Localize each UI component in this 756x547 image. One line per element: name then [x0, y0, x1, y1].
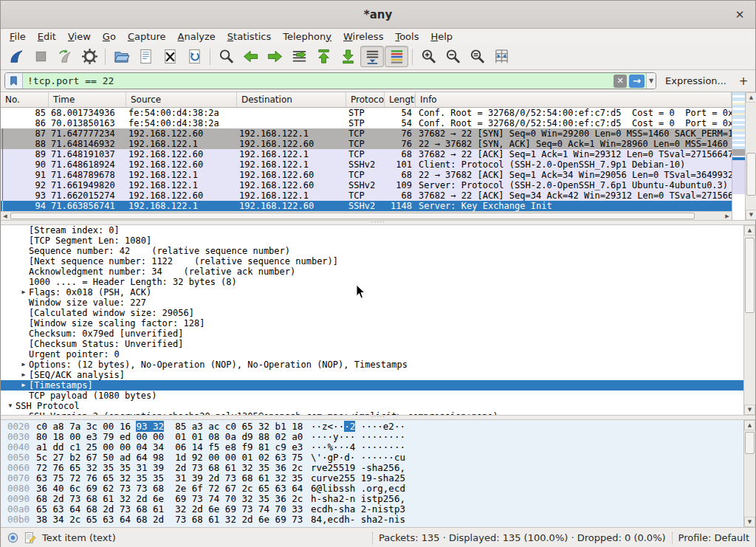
menu-edit[interactable]: Edit	[32, 30, 62, 43]
restart-capture-button[interactable]	[53, 46, 77, 67]
display-filter-field[interactable]: !tcp.port == 22 ✕ → ▼	[4, 72, 656, 89]
hex-ascii[interactable]: 84,ecdh- sha2-nis	[311, 515, 743, 525]
hex-row-0080[interactable]: 008036 40 6c 69 62 73 73 68 2e 6f 72 67 …	[1, 484, 743, 494]
hex-bytes[interactable]: 80 18 00 e3 79 ed 00 00 01 01 08 0a d9 8…	[36, 432, 311, 442]
zoom-out-button[interactable]	[441, 46, 464, 67]
packet-row-93[interactable]: 9371.662015274192.168.122.60192.168.122.…	[1, 190, 732, 201]
hex-bytes[interactable]: 72 76 65 32 35 35 31 39 2d 73 68 61 32 3…	[36, 463, 311, 473]
expander-closed-icon[interactable]: ▶	[18, 370, 29, 380]
vscroll-thumb[interactable]	[745, 432, 755, 454]
tree-item[interactable]: Acknowledgment number: 34 (relative ack …	[1, 266, 743, 277]
scroll-up-arrow-icon[interactable]: ▲	[744, 420, 755, 430]
filter-apply-button[interactable]: →	[629, 75, 645, 88]
tree-item[interactable]: [TCP Segment Len: 1080]	[1, 235, 743, 246]
scroll-down-arrow-icon[interactable]: ▼	[744, 405, 755, 415]
expander-closed-icon[interactable]: ▶	[18, 359, 29, 370]
column-header-info[interactable]: Info	[416, 92, 732, 107]
tree-item[interactable]: [Checksum Status: Unverified]	[1, 339, 743, 349]
menu-help[interactable]: Help	[425, 30, 458, 43]
tree-item[interactable]: TCP payload (1080 bytes)	[1, 391, 743, 401]
hex-ascii[interactable]: h-sha2-n istp256,	[311, 494, 743, 504]
hex-row-0090[interactable]: 009068 2d 73 68 61 32 2d 6e 69 73 74 70 …	[1, 494, 743, 504]
display-filter-input[interactable]: !tcp.port == 22	[23, 75, 614, 86]
reload-file-button[interactable]	[182, 46, 206, 67]
hscroll-left-arrow-icon[interactable]: ◀	[1, 212, 10, 220]
packet-list-vscrollbar[interactable]: ▲ ▼	[745, 92, 756, 220]
column-header-time[interactable]: Time	[49, 92, 126, 107]
column-header-proto[interactable]: Protocol	[346, 92, 385, 107]
go-last-button[interactable]	[336, 46, 360, 67]
go-forward-button[interactable]	[263, 46, 286, 67]
tree-item[interactable]: [Next sequence number: 1122 (relative se…	[1, 256, 743, 266]
filter-bookmark-button[interactable]	[5, 73, 23, 89]
open-file-button[interactable]	[109, 46, 133, 67]
hex-row-00b0[interactable]: 00b038 34 2c 65 63 64 68 2d 73 68 61 32 …	[1, 515, 743, 525]
go-back-button[interactable]	[238, 46, 262, 67]
tree-item[interactable]: ▶Flags: 0x018 (PSH, ACK)	[1, 287, 743, 297]
hex-ascii[interactable]: ··z<···2 ····e2··	[311, 422, 743, 432]
hscroll-right-arrow-icon[interactable]: ▶	[723, 212, 732, 220]
expander-closed-icon[interactable]: ▶	[18, 380, 29, 391]
filter-history-dropdown[interactable]: ▼	[646, 73, 656, 89]
close-file-button[interactable]	[158, 46, 182, 67]
packet-row-86[interactable]: 8670.013850163fe:54:00:d4:38:2aSTP54Conf…	[1, 118, 732, 128]
detail-vscrollbar[interactable]: ▲ ▼	[743, 225, 755, 415]
stop-capture-button[interactable]	[29, 46, 52, 67]
column-header-src[interactable]: Source	[126, 92, 237, 107]
expander-closed-icon[interactable]: ▶	[18, 287, 29, 297]
packet-list-hscrollbar[interactable]: ◀ ▶	[1, 211, 732, 220]
packet-row-90[interactable]: 9071.648618924192.168.122.60192.168.122.…	[1, 159, 732, 170]
tree-item[interactable]: 1000 .... = Header Length: 32 bytes (8)	[1, 277, 743, 287]
packet-row-88[interactable]: 8871.648146932192.168.122.1192.168.122.6…	[1, 139, 732, 149]
menu-statistics[interactable]: Statistics	[221, 30, 277, 43]
tree-item[interactable]: ▶[Timestamps]	[1, 380, 743, 391]
hex-bytes[interactable]: c0 a8 7a 3c 00 16 93 32 85 a3 ac c0 65 3…	[36, 422, 311, 432]
go-first-button[interactable]	[312, 46, 335, 67]
menu-analyze[interactable]: Analyze	[172, 30, 221, 43]
packet-row-87[interactable]: 8771.647777234192.168.122.60192.168.122.…	[1, 128, 732, 139]
hex-bytes[interactable]: 36 40 6c 69 62 73 73 68 2e 6f 72 67 2c 6…	[36, 484, 311, 494]
column-header-len[interactable]: Length	[385, 92, 416, 107]
menu-capture[interactable]: Capture	[122, 30, 172, 43]
hex-row-0060[interactable]: 006072 76 65 32 35 35 31 39 2d 73 68 61 …	[1, 463, 743, 473]
go-to-packet-button[interactable]	[287, 46, 311, 67]
expert-info-icon[interactable]	[7, 531, 19, 544]
packet-row-85[interactable]: 8568.001734936fe:54:00:d4:38:2aSTP54Conf…	[1, 108, 732, 118]
menu-go[interactable]: Go	[97, 30, 122, 43]
vscroll-thumb[interactable]	[745, 238, 755, 313]
resize-columns-button[interactable]	[489, 46, 513, 67]
vscroll-thumb[interactable]	[746, 153, 756, 196]
tree-item[interactable]: [Stream index: 0]	[1, 225, 743, 235]
packet-row-91[interactable]: 9171.648789678192.168.122.1192.168.122.6…	[1, 170, 732, 180]
hex-bytes[interactable]: 5c 27 b2 67 50 ad 64 98 1d 92 00 00 01 0…	[36, 453, 311, 463]
tree-item[interactable]: [Window size scaling factor: 128]	[1, 318, 743, 328]
capture-options-button[interactable]	[78, 46, 101, 67]
hex-row-0040[interactable]: 0040a1 dd c1 25 00 00 04 34 06 14 f5 e8 …	[1, 442, 743, 453]
hex-ascii[interactable]: 6@libssh .org,ecd	[311, 484, 743, 494]
packet-row-94[interactable]: 9471.663856741192.168.122.1192.168.122.6…	[1, 201, 732, 211]
tree-item[interactable]: ▶Options: (12 bytes), No-Operation (NOP)…	[1, 359, 743, 370]
capture-comment-icon[interactable]	[24, 531, 36, 544]
expander-open-icon[interactable]: ▼	[5, 401, 16, 411]
hex-vscrollbar[interactable]: ▲ ▼	[743, 420, 755, 527]
status-profile[interactable]: Profile: Default	[678, 532, 749, 543]
column-header-no[interactable]: No.	[1, 92, 49, 107]
hex-ascii[interactable]: rve25519 -sha256,	[311, 463, 743, 473]
hex-ascii[interactable]: \'·gP·d· ······cu	[311, 453, 743, 463]
hex-ascii[interactable]: curve255 19-sha25	[311, 473, 743, 484]
menu-telephony[interactable]: Telephony	[277, 30, 337, 43]
tree-item[interactable]: Sequence number: 42 (relative sequence n…	[1, 246, 743, 256]
intelligent-scrollbar-minimap[interactable]	[732, 92, 745, 220]
column-header-dst[interactable]: Destination	[237, 92, 346, 107]
hex-row-0070[interactable]: 007063 75 72 76 65 32 35 35 31 39 2d 73 …	[1, 473, 743, 484]
filter-clear-button[interactable]: ✕	[614, 75, 627, 88]
find-packet-button[interactable]	[214, 46, 238, 67]
menu-wireless[interactable]: Wireless	[337, 30, 389, 43]
scroll-down-arrow-icon[interactable]: ▼	[744, 517, 755, 527]
menu-view[interactable]: View	[62, 30, 97, 43]
tree-item[interactable]: [Calculated window size: 29056]	[1, 308, 743, 318]
pane-splitter[interactable]: ·····	[1, 220, 755, 225]
add-filter-button[interactable]: +	[735, 75, 752, 88]
hex-ascii[interactable]: ···%···4 ········	[311, 442, 743, 453]
menu-file[interactable]: File	[4, 30, 32, 43]
